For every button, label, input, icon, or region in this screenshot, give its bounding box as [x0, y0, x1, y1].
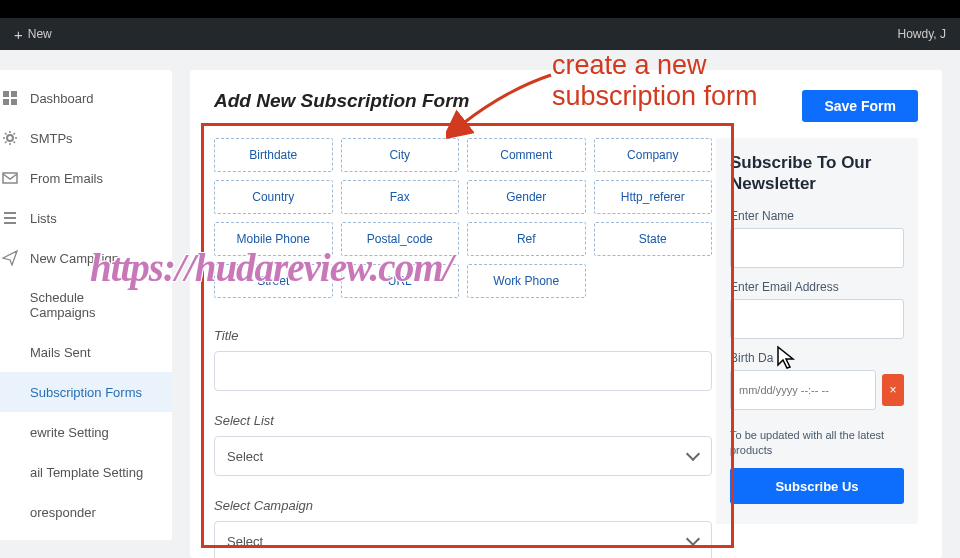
annotation-text: create a newsubscription form — [552, 50, 758, 112]
sidebar-item-smtps[interactable]: SMTPs — [0, 118, 172, 158]
field-option-fax[interactable]: Fax — [341, 180, 460, 214]
sidebar-item-dashboard[interactable]: Dashboard — [0, 78, 172, 118]
preview-birth-label: Birth Da — [730, 351, 904, 365]
wp-admin-bar: + New Howdy, J — [0, 18, 960, 50]
field-option-gender[interactable]: Gender — [467, 180, 586, 214]
sidebar-item-label: Mails Sent — [30, 345, 91, 360]
sidebar-item-label: Schedule Campaigns — [30, 290, 152, 320]
svg-point-4 — [7, 135, 13, 141]
sidebar-item-autoresponder[interactable]: oresponder — [0, 492, 172, 532]
svg-rect-1 — [11, 91, 17, 97]
title-label: Title — [214, 328, 712, 343]
sidebar-item-mail-template-setting[interactable]: ail Template Setting — [0, 452, 172, 492]
sidebar-item-lists[interactable]: Lists — [0, 198, 172, 238]
sidebar-item-label: oresponder — [30, 505, 96, 520]
preview-email-input[interactable] — [730, 299, 904, 339]
svg-rect-5 — [3, 173, 17, 183]
new-label: New — [28, 27, 52, 41]
mail-icon — [2, 170, 18, 186]
field-option-mobile-phone[interactable]: Mobile Phone — [214, 222, 333, 256]
field-option-url[interactable]: URL — [341, 264, 460, 298]
sidebar-item-label: Lists — [30, 211, 57, 226]
sent-icon — [2, 344, 18, 360]
edit-icon — [2, 424, 18, 440]
preview-note: To be updated with all the latest produc… — [730, 428, 904, 459]
sidebar-item-label: From Emails — [30, 171, 103, 186]
field-option-postal-code[interactable]: Postal_code — [341, 222, 460, 256]
sidebar-nav: Dashboard SMTPs From Emails Lists New Ca… — [0, 70, 172, 540]
preview-heading: Subscribe To Our Newsletter — [730, 152, 904, 195]
main-panel: Add New Subscription Form Save Form Birt… — [190, 70, 942, 558]
sidebar-item-label: Dashboard — [30, 91, 94, 106]
sidebar-item-new-campaign[interactable]: New Campaign — [0, 238, 172, 278]
mouse-cursor-icon — [776, 345, 798, 371]
preview-date-input[interactable] — [730, 370, 876, 410]
annotation-arrow-icon — [446, 70, 556, 140]
template-icon — [2, 464, 18, 480]
send-icon — [2, 250, 18, 266]
field-option-city[interactable]: City — [341, 138, 460, 172]
plus-icon: + — [14, 27, 23, 42]
svg-rect-2 — [3, 99, 9, 105]
preview-email-label: Enter Email Address — [730, 280, 904, 294]
sidebar-item-label: SMTPs — [30, 131, 73, 146]
delete-field-button[interactable]: × — [882, 374, 904, 406]
field-option-work-phone[interactable]: Work Phone — [467, 264, 586, 298]
svg-rect-0 — [3, 91, 9, 97]
field-option-company[interactable]: Company — [594, 138, 713, 172]
dashboard-icon — [2, 90, 18, 106]
preview-name-label: Enter Name — [730, 209, 904, 223]
gear-icon — [2, 130, 18, 146]
sidebar-item-schedule-campaigns[interactable]: Schedule Campaigns — [0, 278, 172, 332]
sidebar-item-mails-sent[interactable]: Mails Sent — [0, 332, 172, 372]
window-top-strip — [0, 0, 960, 18]
svg-rect-3 — [11, 99, 17, 105]
select-list-label: Select List — [214, 413, 712, 428]
sidebar-item-label: ail Template Setting — [30, 465, 143, 480]
form-icon — [2, 384, 18, 400]
field-option-state[interactable]: State — [594, 222, 713, 256]
available-fields: BirthdateCityCommentCompanyCountryFaxGen… — [214, 138, 712, 558]
sidebar-item-label: ewrite Setting — [30, 425, 109, 440]
select-campaign-label: Select Campaign — [214, 498, 712, 513]
calendar-icon — [2, 297, 18, 313]
field-option-street[interactable]: Street — [214, 264, 333, 298]
howdy-label: Howdy, J — [898, 27, 946, 41]
title-input[interactable] — [214, 351, 712, 391]
close-icon: × — [889, 383, 896, 397]
select-campaign-dropdown[interactable]: Select — [214, 521, 712, 558]
page-title: Add New Subscription Form — [214, 90, 469, 112]
sidebar-item-subscription-forms[interactable]: Subscription Forms — [0, 372, 172, 412]
field-option-country[interactable]: Country — [214, 180, 333, 214]
list-icon — [2, 210, 18, 226]
sidebar-item-rewrite-setting[interactable]: ewrite Setting — [0, 412, 172, 452]
field-option-birthdate[interactable]: Birthdate — [214, 138, 333, 172]
autoresponder-icon — [2, 504, 18, 520]
field-option-http-referer[interactable]: Http_referer — [594, 180, 713, 214]
subscribe-button[interactable]: Subscribe Us — [730, 468, 904, 504]
sidebar-item-from-emails[interactable]: From Emails — [0, 158, 172, 198]
field-option-comment[interactable]: Comment — [467, 138, 586, 172]
sidebar-item-label: New Campaign — [30, 251, 119, 266]
new-link[interactable]: + New — [14, 27, 52, 42]
preview-name-input[interactable] — [730, 228, 904, 268]
form-preview-panel: Subscribe To Our Newsletter Enter Name E… — [716, 138, 918, 524]
field-option-ref[interactable]: Ref — [467, 222, 586, 256]
select-list-dropdown[interactable]: Select — [214, 436, 712, 476]
save-form-button[interactable]: Save Form — [802, 90, 918, 122]
sidebar-item-label: Subscription Forms — [30, 385, 142, 400]
